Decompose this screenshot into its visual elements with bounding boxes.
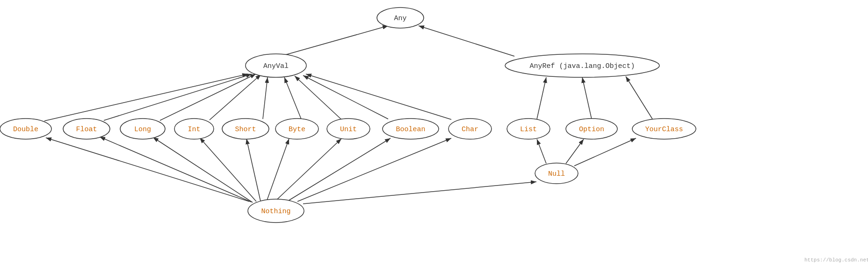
label-null: Null [548, 170, 565, 178]
label-anyval: AnyVal [263, 62, 289, 70]
edge-nothing-long [153, 137, 253, 202]
label-anyref: AnyRef (java.lang.Object) [529, 62, 635, 70]
edge-null-list [537, 139, 546, 164]
edge-nothing-unit [277, 139, 341, 200]
label-unit: Unit [340, 126, 357, 134]
edge-float-anyval [104, 74, 252, 120]
label-long: Long [134, 126, 151, 134]
edge-option-anyref [582, 77, 592, 119]
label-int: Int [188, 126, 200, 134]
edge-nothing-float [100, 137, 251, 202]
label-nothing: Nothing [261, 208, 290, 216]
label-list: List [520, 126, 537, 134]
label-any: Any [394, 15, 406, 22]
edge-nothing-double [46, 138, 249, 201]
label-char: Char [462, 126, 478, 134]
label-double: Double [13, 126, 38, 134]
label-option: Option [579, 126, 604, 134]
watermark-text: https://blog.csdn.net/qq_32165041 [804, 257, 868, 263]
edge-null-yourclass [574, 138, 636, 166]
edge-short-anyval [263, 77, 268, 119]
label-yourclass: YourClass [645, 126, 683, 134]
edge-list-anyref [537, 77, 546, 119]
edge-yourclass-anyref [626, 76, 652, 119]
edge-unit-anyval [295, 76, 341, 119]
edge-anyref-any [419, 26, 514, 56]
edge-nothing-short [246, 139, 260, 201]
edge-char-anyval [306, 74, 451, 119]
edge-anyval-any [285, 26, 388, 55]
edge-boolean-anyval [303, 75, 388, 119]
label-short: Short [235, 126, 256, 134]
edge-byte-anyval [284, 77, 301, 119]
edge-null-option [566, 139, 584, 164]
label-byte: Byte [289, 126, 305, 134]
edge-double-anyval [44, 74, 248, 121]
label-boolean: Boolean [396, 126, 425, 134]
scala-type-hierarchy-diagram: Any AnyVal AnyRef (java.lang.Object) Dou… [0, 0, 868, 268]
edge-long-anyval [160, 74, 256, 120]
label-float: Float [76, 126, 97, 134]
